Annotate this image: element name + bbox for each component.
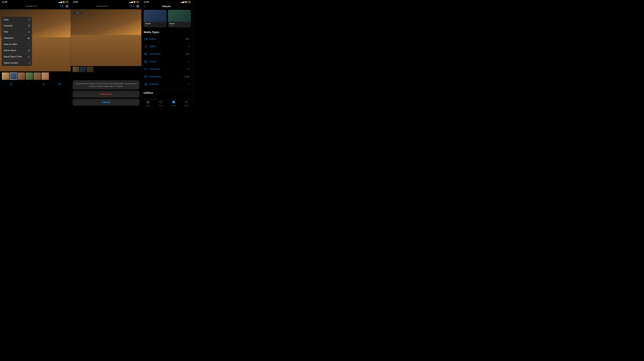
albums-tab-label: Albums [172, 105, 176, 106]
people-label: People 10 [144, 22, 166, 27]
thumb-5[interactable] [34, 72, 41, 80]
thumbnail-strip-1 [0, 71, 70, 81]
battery-icon-3: 90 [188, 1, 191, 3]
battery-icon-2: 90 [136, 1, 139, 3]
portrait-count: 1 [188, 60, 189, 63]
thumb-1[interactable] [2, 72, 9, 80]
more-button-1[interactable]: ••• [65, 4, 69, 8]
svg-rect-23 [173, 101, 174, 101]
live-photos-label: Live Photos [150, 53, 186, 55]
tab-search[interactable]: Search [180, 100, 193, 106]
share-button-1[interactable] [10, 83, 12, 86]
tab-library[interactable]: Library [142, 100, 154, 106]
thumb-4[interactable] [26, 72, 33, 80]
status-bar-2: 14:58 ▂▄▆ 📶 90 [71, 0, 141, 3]
album-item-panoramas[interactable]: Panoramas 9 › [142, 65, 193, 73]
panoramas-label: Panoramas [150, 68, 188, 70]
wifi-icon-3: 📶 [185, 1, 187, 3]
albums-title: Albums [146, 5, 188, 8]
menu-item-add-album[interactable]: Add to Album ⊞ [2, 47, 32, 54]
menu-item-adjust-date[interactable]: Adjust Date & Time ⊡ [2, 54, 32, 60]
videos-icon [144, 37, 148, 41]
edit-button-2[interactable]: Edit [131, 5, 134, 7]
photo-date-2: Yesterday 15:47 [96, 5, 108, 7]
screenshots-icon [144, 74, 148, 79]
live-badge-2[interactable]: ⊙ LIVE ∨ [72, 12, 82, 14]
live-photos-chevron: › [190, 53, 191, 55]
nav-right-2: Edit ••• [131, 4, 140, 8]
svg-point-1 [145, 46, 146, 47]
tab-albums[interactable]: Albums [167, 100, 180, 106]
svg-rect-20 [147, 102, 148, 103]
videos-label: Videos [150, 38, 186, 40]
menu-item-save-video[interactable]: Save as Video ⬚ [2, 41, 32, 47]
menu-item-slideshow[interactable]: Slideshow ▶ [2, 35, 32, 41]
hide-photo-button[interactable]: Hide Photo [72, 91, 140, 98]
menu-item-copy[interactable]: Copy ⎘ [2, 17, 32, 23]
live-chevron-2: ∨ [80, 12, 81, 14]
selfies-chevron: › [190, 45, 191, 47]
panel-albums: 14:58 ▂▄▆ 📶 90 + Albums People 10 Places… [142, 0, 193, 108]
live-icon-2: ⊙ [74, 12, 76, 14]
svg-point-9 [145, 76, 145, 76]
album-item-videos[interactable]: Videos 395 › [142, 35, 193, 43]
thumb-6[interactable] [42, 72, 49, 80]
heart-button-1[interactable]: ♡ [26, 83, 29, 86]
places-label: Places 2,677 [168, 22, 191, 27]
menu-duplicate-label: Duplicate [4, 24, 12, 27]
back-button-1[interactable]: ‹ [2, 4, 3, 8]
selfies-count: 5 [188, 45, 189, 48]
add-album-button[interactable]: + [144, 4, 146, 8]
thumb-small-3[interactable] [87, 67, 94, 72]
tab-for-you[interactable]: For You [154, 100, 167, 106]
screenshots-chevron: › [190, 76, 191, 78]
bottom-toolbar-1: ♡ ℹ [0, 81, 70, 88]
cancel-button[interactable]: Cancel [72, 99, 140, 106]
menu-slideshow-label: Slideshow [4, 37, 13, 39]
panel-hide-sheet: 14:58 ▂▄▆ 📶 90 ‹ Yesterday 15:47 Edit ••… [71, 0, 142, 108]
thumbnail-strip-2 [71, 66, 141, 73]
menu-add-album-label: Add to Album [4, 49, 16, 52]
menu-item-hide[interactable]: Hide ◎ [2, 29, 32, 35]
context-menu: Copy ⎘ Duplicate ⧉ Hide ◎ Slideshow ▶ Sa… [2, 17, 32, 66]
people-places-section: People 10 Places 2,677 [142, 10, 193, 30]
time-3: 14:58 [144, 1, 149, 3]
more-button-2[interactable]: ••• [136, 4, 140, 8]
album-item-screenshots[interactable]: Screenshots 1,338 › [142, 73, 193, 80]
nav-right-1: Edit ••• [60, 4, 69, 8]
album-item-portrait[interactable]: Portrait 1 › [142, 58, 193, 65]
selfies-icon [144, 44, 148, 49]
utilities-title: Utilities [142, 90, 193, 96]
album-item-selfies[interactable]: Selfies 5 › [142, 43, 193, 50]
panel-photo-menu: 14:58 ▂▄▆ 📶 90 ‹ Yesterday 15:47 Edit ••… [0, 0, 71, 108]
svg-rect-22 [172, 101, 175, 103]
svg-rect-18 [147, 101, 148, 102]
signal-icon-3: ▂▄▆ [181, 1, 184, 3]
back-button-2[interactable]: ‹ [72, 4, 74, 8]
status-icons-3: ▂▄▆ 📶 90 [181, 1, 191, 3]
info-button-1[interactable]: ℹ [43, 83, 44, 86]
bottom-tab-bar: Library For You Albums Search [142, 99, 193, 108]
thumb-3[interactable] [18, 72, 25, 80]
album-item-live-photos[interactable]: Live Photos 264 › [142, 50, 193, 58]
thumb-2[interactable] [10, 72, 17, 80]
places-card[interactable]: Places 2,677 [168, 10, 191, 27]
trash-button-1[interactable] [58, 83, 61, 86]
thumb-small-1[interactable] [72, 67, 79, 72]
animated-icon [144, 82, 148, 86]
svg-point-4 [146, 54, 146, 54]
thumb-small-2[interactable] [80, 67, 86, 72]
photo-area-2 [71, 9, 141, 66]
edit-button-1[interactable]: Edit [60, 5, 64, 7]
albums-nav: + Albums [142, 3, 193, 10]
slideshow-icon: ▶ [28, 37, 30, 39]
album-item-animated[interactable]: Animated 1 › [142, 80, 193, 88]
portrait-label: Portrait [150, 60, 188, 63]
places-image [168, 10, 191, 22]
menu-item-adjust-location[interactable]: Adjust Location ℹ [2, 60, 32, 66]
signal-icon-1: ▂▄▆ [58, 1, 62, 3]
menu-item-duplicate[interactable]: Duplicate ⧉ [2, 23, 32, 29]
animated-label: Animated [150, 83, 188, 85]
people-card[interactable]: People 10 [144, 10, 166, 27]
status-bar-1: 14:58 ▂▄▆ 📶 90 [0, 0, 70, 3]
